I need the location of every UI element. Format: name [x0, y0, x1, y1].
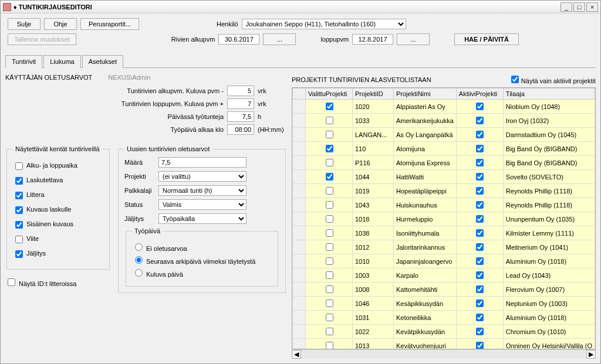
cell-valittu[interactable]: [306, 114, 353, 128]
cell-projekti-id[interactable]: 1008: [353, 283, 394, 297]
col-aktiivi-projekti[interactable]: AktiiviProjekti: [456, 89, 503, 100]
cell-projekti-id[interactable]: 1022: [353, 325, 394, 339]
cell-tilaaja[interactable]: Aluminium Oy (1018): [503, 254, 595, 268]
amount-input[interactable]: [158, 157, 247, 168]
cell-valittu[interactable]: [306, 184, 353, 198]
table-row[interactable]: 1008KattomehitähtiFlerovium Oy (1007): [293, 283, 595, 297]
cell-projekti-nimi[interactable]: HattiWatti: [394, 170, 457, 184]
cell-tilaaja[interactable]: Onninen Oy Helsinki/Vallila (O: [503, 339, 595, 349]
aktiivi-checkbox[interactable]: [476, 271, 484, 279]
cell-projekti-nimi[interactable]: Hopeatäpläpeippi: [394, 184, 457, 198]
valittu-checkbox[interactable]: [326, 215, 333, 223]
cell-projekti-nimi[interactable]: Japaninjaloangervo: [394, 254, 457, 268]
workday-next-radio[interactable]: Seuraava arkipäivä viimeksi täytetystä: [132, 254, 272, 265]
valittu-checkbox[interactable]: [326, 131, 333, 138]
cell-aktiivi[interactable]: [456, 114, 503, 128]
cell-tilaaja[interactable]: Chromium Oy (1010): [503, 325, 595, 339]
valittu-checkbox[interactable]: [326, 342, 333, 349]
aktiivi-checkbox[interactable]: [476, 187, 484, 195]
cell-projekti-nimi[interactable]: Alppiasteri As Oy: [394, 100, 457, 114]
row-header[interactable]: [293, 226, 306, 240]
cell-projekti-id[interactable]: 1043: [353, 198, 394, 212]
cell-valittu[interactable]: [306, 170, 353, 184]
aktiivi-checkbox[interactable]: [476, 145, 484, 152]
valittu-checkbox[interactable]: [326, 285, 333, 293]
valittu-checkbox[interactable]: [326, 257, 333, 265]
start-offset-input[interactable]: [227, 86, 254, 96]
cell-tilaaja[interactable]: Ununpentium Oy (1035): [503, 212, 595, 226]
aktiivi-checkbox[interactable]: [476, 342, 484, 349]
cell-projekti-nimi[interactable]: As Oy Langanpätkä: [394, 128, 457, 142]
close-window-button[interactable]: ×: [586, 2, 598, 12]
cell-projekti-id[interactable]: 1018: [353, 212, 394, 226]
cell-projekti-id[interactable]: 1044: [353, 170, 394, 184]
cell-aktiivi[interactable]: [456, 100, 503, 114]
cell-projekti-nimi[interactable]: Kattomehitähti: [394, 283, 457, 297]
cell-valittu[interactable]: [306, 325, 353, 339]
field-invoice-desc-checkbox[interactable]: Kuvaus laskulle: [13, 205, 103, 216]
cell-projekti-id[interactable]: 1033: [353, 114, 394, 128]
active-only-checkbox[interactable]: Näytä vain aktiivit projektit: [509, 74, 596, 85]
cell-valittu[interactable]: [306, 268, 353, 283]
cell-projekti-nimi[interactable]: Huiskunauhus: [394, 198, 457, 212]
cell-projekti-nimi[interactable]: Karpalo: [394, 268, 457, 283]
project-select[interactable]: (ei valittu): [158, 171, 247, 182]
table-row[interactable]: 1019HopeatäpläpeippiReynolds Phillip (11…: [293, 184, 595, 198]
row-header[interactable]: [293, 254, 306, 268]
aktiivi-checkbox[interactable]: [476, 300, 484, 307]
aktiivi-checkbox[interactable]: [476, 131, 484, 138]
aktiivi-checkbox[interactable]: [476, 201, 484, 209]
cell-tilaaja[interactable]: Niobium Oy (1048): [503, 100, 595, 114]
tab-asetukset[interactable]: Asetukset: [82, 55, 123, 68]
projects-table[interactable]: ValittuProjekti ProjektiID ProjektiNimi …: [292, 88, 595, 349]
cell-tilaaja[interactable]: Big Band Oy (BIGBAND): [503, 156, 595, 170]
cell-aktiivi[interactable]: [456, 226, 503, 240]
col-tilaaja[interactable]: Tilaaja: [503, 89, 595, 100]
cell-valittu[interactable]: [306, 100, 353, 114]
help-button[interactable]: Ohje: [44, 18, 77, 30]
aktiivi-checkbox[interactable]: [476, 285, 484, 293]
cell-projekti-id[interactable]: LANGAN...: [353, 128, 394, 142]
aktiivi-checkbox[interactable]: [476, 229, 484, 237]
fetch-button[interactable]: HAE / PÄIVITÄ: [454, 33, 519, 45]
cell-aktiivi[interactable]: [456, 325, 503, 339]
cell-projekti-id[interactable]: 1013: [353, 339, 394, 349]
row-header[interactable]: [293, 325, 306, 339]
cell-projekti-nimi[interactable]: Ketoneilikka: [394, 311, 457, 325]
cell-valittu[interactable]: [306, 142, 353, 156]
aktiivi-checkbox[interactable]: [476, 173, 484, 181]
table-row[interactable]: 110AtomijunaBig Band Oy (BIGBAND): [293, 142, 595, 156]
table-row[interactable]: 1012JaloritarinkannusMeitnerium Oy (1041…: [293, 240, 595, 254]
valittu-checkbox[interactable]: [326, 300, 333, 307]
tab-liukuma[interactable]: Liukuma: [43, 55, 81, 68]
cell-projekti-id[interactable]: P116: [353, 156, 394, 170]
table-row[interactable]: 1033AmerikankeijukukkaIron Oyj (1032): [293, 114, 595, 128]
cell-aktiivi[interactable]: [456, 184, 503, 198]
cell-tilaaja[interactable]: Flerovium Oy (1007): [503, 283, 595, 297]
table-row[interactable]: 1038IsoniittyhumalaKilmister Lemmy (1111…: [293, 226, 595, 240]
row-header[interactable]: [293, 212, 306, 226]
day-start-input[interactable]: [227, 124, 254, 135]
table-row[interactable]: 1003KarpaloLead Oy (1043): [293, 268, 595, 283]
minimize-button[interactable]: _: [561, 2, 572, 12]
cell-tilaaja[interactable]: Sovelto (SOVELTO): [503, 170, 595, 184]
aktiivi-checkbox[interactable]: [476, 117, 484, 124]
cell-projekti-nimi[interactable]: Kesäpikkusydän: [394, 297, 457, 311]
cell-aktiivi[interactable]: [456, 142, 503, 156]
col-selector[interactable]: [293, 89, 306, 100]
row-header[interactable]: [293, 114, 306, 128]
row-header[interactable]: [293, 268, 306, 283]
tab-tuntirivit[interactable]: Tuntirivit: [5, 55, 42, 68]
cell-tilaaja[interactable]: Reynolds Phillip (1118): [503, 198, 595, 212]
cell-projekti-nimi[interactable]: Kevätpikkusydän: [394, 325, 457, 339]
aktiivi-checkbox[interactable]: [476, 328, 484, 335]
cell-projekti-nimi[interactable]: Atomijuna: [394, 142, 457, 156]
cell-valittu[interactable]: [306, 339, 353, 349]
cell-tilaaja[interactable]: Lead Oy (1043): [503, 268, 595, 283]
cell-valittu[interactable]: [306, 212, 353, 226]
row-header[interactable]: [293, 311, 306, 325]
workday-none-radio[interactable]: Ei oletusarvoa: [132, 241, 272, 252]
cell-valittu[interactable]: [306, 297, 353, 311]
cell-projekti-id[interactable]: 1038: [353, 226, 394, 240]
valittu-checkbox[interactable]: [326, 173, 333, 181]
